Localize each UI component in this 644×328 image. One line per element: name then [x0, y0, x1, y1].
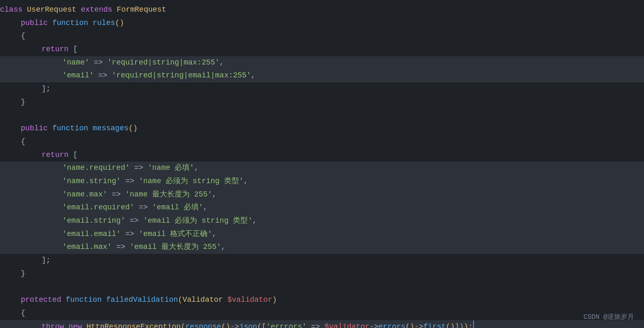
- token: Validator: [183, 294, 223, 306]
- code-line: 'email.string' => 'email 必须为 string 类型',: [0, 214, 644, 228]
- token: [112, 241, 116, 253]
- token: [121, 189, 125, 201]
- token: [125, 215, 130, 227]
- code-line: 'name.required' => 'name 必填',: [0, 162, 644, 175]
- token: (: [178, 294, 183, 306]
- code-line: 'name.max' => 'name 最大长度为 255',: [0, 188, 644, 201]
- token: =>: [311, 321, 320, 328]
- token: [121, 228, 125, 241]
- token: ,: [194, 162, 199, 174]
- token: class: [0, 4, 27, 16]
- token: 'name.max': [62, 189, 107, 201]
- token: 'name': [62, 57, 89, 69]
- token: ,: [212, 189, 217, 201]
- token: (): [405, 321, 415, 328]
- token: public: [21, 122, 52, 135]
- token: messages: [93, 122, 128, 135]
- token: 'name 必填': [148, 162, 194, 174]
- token: ];: [42, 83, 51, 95]
- token: (: [181, 321, 185, 328]
- token: =>: [116, 241, 126, 253]
- token: (): [221, 321, 230, 328]
- token: 'email 最大长度为 255': [130, 241, 221, 253]
- token: [125, 241, 130, 253]
- token: 'email 必须为 string 类型': [143, 215, 252, 227]
- token: {: [21, 136, 25, 148]
- code-content: class UserRequest extends FormRequestpub…: [0, 0, 644, 328]
- token: ;: [468, 321, 473, 328]
- token: [223, 294, 227, 306]
- token: 'email.string': [62, 215, 125, 227]
- code-line: return [: [0, 43, 644, 56]
- token: ->: [370, 321, 379, 328]
- token: rules: [93, 17, 115, 30]
- token: ->: [230, 321, 239, 328]
- token: =>: [98, 70, 107, 82]
- token: 'name 最大长度为 255': [125, 189, 212, 201]
- token: function: [52, 122, 93, 135]
- token: =>: [125, 175, 134, 188]
- token: [130, 162, 134, 174]
- code-line: return [: [0, 149, 644, 162]
- code-line: public function messages(): [0, 122, 644, 135]
- token: =>: [139, 201, 148, 214]
- token: {: [21, 30, 25, 42]
- token: extends: [81, 4, 116, 16]
- token: 'name.required': [62, 162, 130, 174]
- token: [: [73, 149, 78, 162]
- token: throw: [42, 321, 69, 328]
- token: (): [115, 17, 124, 30]
- token: =>: [134, 162, 143, 174]
- token: (): [446, 321, 455, 328]
- token: function: [66, 294, 106, 306]
- token: ([: [257, 321, 266, 328]
- code-line: }: [0, 267, 644, 281]
- token: ,: [221, 241, 226, 253]
- token: FormRequest: [117, 4, 166, 16]
- token: [103, 57, 107, 69]
- code-line: public function rules(): [0, 17, 644, 30]
- token: ,: [212, 228, 217, 241]
- token: public: [21, 17, 52, 30]
- code-line: [0, 280, 644, 293]
- token: (): [128, 122, 138, 135]
- token: ,: [244, 175, 248, 188]
- code-line: protected function failedValidation(Vali…: [0, 293, 644, 307]
- token: }: [21, 268, 25, 280]
- code-editor: class UserRequest extends FormRequestpub…: [0, 0, 644, 328]
- token: ->: [415, 321, 424, 328]
- token: json: [239, 321, 257, 328]
- code-line: 'name' => 'required|string|max:255',: [0, 56, 644, 70]
- code-line: 'email.max' => 'email 最大长度为 255',: [0, 241, 644, 254]
- token: }: [21, 96, 25, 109]
- token: [134, 201, 139, 214]
- code-line: ];: [0, 82, 644, 96]
- token: [139, 215, 143, 227]
- token: [134, 175, 139, 188]
- token: UserRequest: [27, 4, 81, 16]
- code-line: 'email' => 'required|string|email|max:25…: [0, 69, 644, 82]
- token: [148, 201, 152, 214]
- token: =>: [130, 215, 139, 227]
- code-line: 'name.string' => 'name 必须为 string 类型',: [0, 175, 644, 188]
- token: 'email 必填': [152, 201, 203, 214]
- text-cursor: [473, 321, 474, 328]
- code-line: 'email.required' => 'email 必填',: [0, 201, 644, 214]
- code-line: {: [0, 307, 644, 320]
- token: [134, 228, 139, 241]
- token: errors: [378, 321, 405, 328]
- token: [121, 175, 125, 188]
- token: [: [73, 43, 78, 56]
- token: first: [423, 321, 446, 328]
- code-line: }: [0, 96, 644, 109]
- token: {: [21, 307, 25, 320]
- code-line: throw new HttpResponseException(response…: [0, 320, 644, 328]
- token: 'required|string|email|max:255': [112, 70, 251, 82]
- token: 'required|string|max:255': [107, 57, 220, 69]
- token: 'email 格式不正确': [139, 228, 212, 241]
- token: ): [464, 321, 469, 328]
- token: =>: [94, 57, 103, 69]
- token: ,: [220, 57, 224, 69]
- token: 'name.string': [62, 175, 121, 188]
- token: ,: [252, 215, 257, 227]
